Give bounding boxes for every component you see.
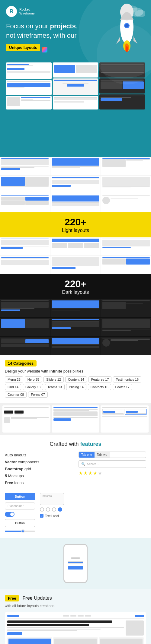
star-3: ★ [88,470,92,476]
preview-card-content [52,405,100,433]
button-blue[interactable]: Button [5,493,35,500]
checkbox-widget[interactable]: ✓ Text Label [40,514,64,518]
toggle-widget[interactable] [5,512,35,517]
checkbox-box[interactable]: ✓ [40,514,43,518]
feature-item-mockups: 5 Mockups [5,472,72,479]
preview-tile [0,176,50,194]
preview-tile-dark [101,318,151,336]
light-preview-grid-2 [0,237,151,274]
features-section: Crafted with features Auto layouts Vecto… [0,435,151,538]
dark-count-label: Dark layouts [4,290,147,295]
dark-layouts-section: 220+ Dark layouts [0,274,151,355]
updates-headline-row: Free Free Updates [5,595,146,601]
search-icon: 🔍 [81,462,85,466]
preview-logo [7,615,19,617]
textarea-widget[interactable]: Textarea [40,493,64,505]
preview-tile [101,194,151,212]
feature-item-auto: Auto layouts [5,452,72,458]
slider-widget[interactable] [5,531,35,532]
preview-nav-links [63,615,91,617]
tabs-widget[interactable]: Tab one Tab two [79,452,146,458]
unique-layouts-badge: Unique layouts [6,44,40,51]
button-outline[interactable]: Button [5,519,35,527]
preview-tile [50,157,100,175]
tag-pricing: Pricing 14 [66,384,86,390]
circle-3[interactable] [52,507,56,512]
tab-one[interactable]: Tab one [79,452,95,458]
categories-tags: Menu 23 Hero 35 Sliders 12 Content 14 Fe… [5,376,146,398]
features-headline: Crafted with features [5,441,146,447]
preview-tile [0,237,50,255]
star-1: ★ [79,470,83,476]
preview-tile [101,176,151,194]
slider-thumb[interactable] [21,530,24,533]
tab-two[interactable]: Tab two [95,452,110,458]
input-placeholder: Placeholder [8,504,24,508]
preview-tile [50,176,100,194]
toggle-track[interactable] [5,512,14,517]
circle-4[interactable] [58,507,62,512]
preview-tile-dark [101,337,151,355]
preview-nav [7,615,144,619]
tag-footer: Footer 17 [113,384,132,390]
circle-2[interactable] [46,507,50,512]
preview-tile-dark [0,299,50,317]
search-input-widget[interactable]: 🔍 Search... [79,460,146,468]
tag-features: Features 17 [88,376,112,382]
light-layouts-section: 220+ Light layouts [0,157,151,274]
tag-menu: Menu 23 [5,376,23,382]
preview-hero-image [126,620,144,636]
stars-rating: ★ ★ ★ ★ ★ [79,470,146,476]
star-2: ★ [83,470,88,476]
preview-tile-dark [0,337,50,355]
updates-preview-area [5,612,146,644]
textarea-label: Textarea [41,494,52,497]
circle-1[interactable] [40,507,44,512]
tag-forms: Forms 07 [28,392,47,398]
brand-name: Rocket Wireframe [19,8,35,15]
feature-item-vector: Vector components [5,458,72,465]
dark-count-number: 220+ [4,278,147,290]
tag-teams: Teams 13 [45,384,65,390]
light-count-label: Light layouts [4,228,147,233]
light-page-preview [5,612,146,644]
tag-hero: Hero 35 [25,376,42,382]
tag-sliders: Sliders 12 [43,376,64,382]
slider-fill [5,531,23,532]
categories-description: Design your website with infinite possib… [5,369,146,373]
hero-section: R Rocket Wireframe Focus on your project… [0,0,151,157]
phone-mockup [63,544,88,583]
preview-tile [50,256,100,274]
dark-preview-grid [0,299,151,355]
circles-widget [40,507,64,512]
tag-testimonials: Testimonials 16 [113,376,141,382]
preview-tile [0,194,50,212]
search-placeholder: Search... [87,462,99,466]
preview-tile [0,256,50,274]
svg-point-9 [126,46,128,52]
tag-grid: Grid 14 [5,384,21,390]
preview-tile [0,157,50,175]
logo-icon: R [6,6,17,17]
preview-tile [101,237,151,255]
toggle-thumb [10,512,14,516]
preview-tile-dark [50,337,100,355]
preview-tile-dark [50,299,100,317]
features-list: Auto layouts Vector components Bootstrap… [5,452,72,486]
checkbox-label: Text Label [45,514,59,518]
preview-card-pricing [101,405,149,433]
updates-headline: Free Updates [22,595,52,601]
tag-gallery: Gallery 18 [23,384,43,390]
feature-item-bootstrap: Bootstrap grid [5,465,72,472]
input-field[interactable]: Placeholder [5,503,35,509]
svg-point-6 [125,24,129,27]
categories-badge: 14 Categories [5,360,37,366]
preview-hero-text [7,620,124,636]
preview-cards [7,637,144,644]
light-preview-grid [0,157,151,212]
hero-headline: Focus on your projects,not wireframes, w… [6,22,78,40]
tag-contacts: Contacts 16 [88,384,111,390]
dark-count-banner: 220+ Dark layouts [0,274,151,299]
updates-subtext: with all future layouts creations [5,604,146,608]
tag-content: Content 14 [65,376,87,382]
